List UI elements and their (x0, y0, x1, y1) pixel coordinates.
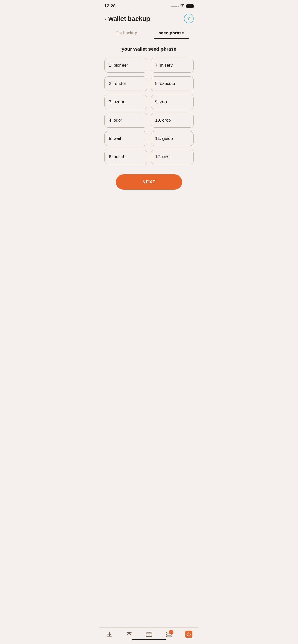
status-time: 12:28 (104, 4, 115, 9)
battery-icon (186, 4, 194, 8)
status-bar: 12:28 (99, 0, 199, 11)
tab-file-backup[interactable]: file backup (104, 27, 149, 39)
section-title: your wallet seed phrase (104, 46, 194, 52)
signal-icon (171, 6, 179, 7)
help-button[interactable]: ? (184, 14, 194, 23)
wifi-icon (180, 4, 185, 8)
seed-word-7: 7. misery (151, 58, 194, 73)
seed-word-2: 2. render (104, 76, 147, 91)
next-button[interactable]: NEXT (116, 174, 182, 190)
seed-word-6: 6. punch (104, 150, 147, 164)
seed-word-8: 8. execute (151, 76, 194, 91)
seed-word-9: 9. zoo (151, 95, 194, 109)
back-button[interactable]: ‹ (104, 15, 106, 22)
status-icons (171, 4, 194, 8)
header: ‹ wallet backup ? (99, 11, 199, 27)
seed-word-10: 10. crop (151, 113, 194, 128)
seed-word-3: 3. ozone (104, 95, 147, 109)
help-icon: ? (187, 16, 190, 21)
seed-word-5: 5. wait (104, 131, 147, 146)
seed-grid: 1. pioneer 7. misery 2. render 8. execut… (99, 58, 199, 164)
seed-word-12: 12. nest (151, 150, 194, 164)
seed-word-11: 11. guide (151, 131, 194, 146)
header-left: ‹ wallet backup (104, 15, 150, 23)
seed-word-4: 4. odor (104, 113, 147, 128)
page-title: wallet backup (108, 15, 150, 23)
tabs-container: file backup seed phrase (99, 27, 199, 39)
tab-seed-phrase[interactable]: seed phrase (149, 27, 194, 39)
seed-word-1: 1. pioneer (104, 58, 147, 73)
